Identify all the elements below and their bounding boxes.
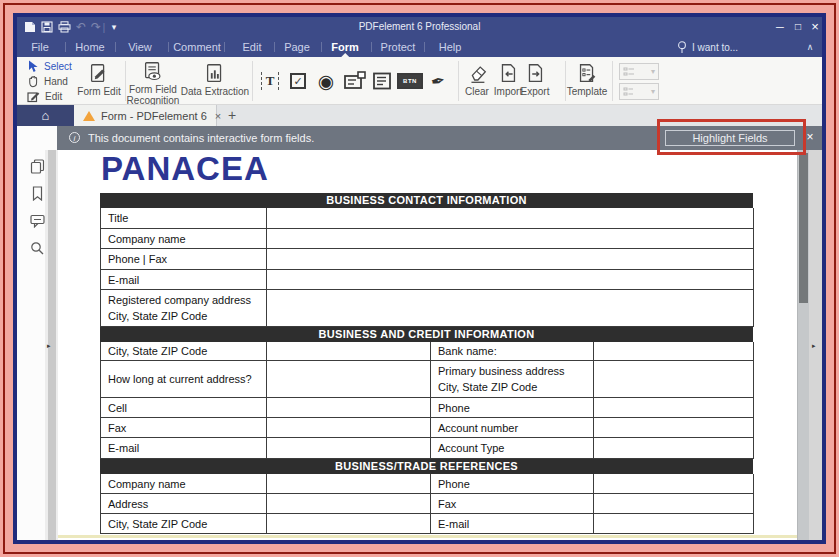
field-label: E-mail [101, 438, 267, 459]
section-header: BUSINESS AND CREDIT INFORMATION [100, 327, 753, 342]
expand-left-panel-arrow-icon[interactable]: ▸ [47, 342, 51, 350]
form-field[interactable] [267, 514, 431, 534]
form-field[interactable] [267, 494, 431, 514]
form-field[interactable] [267, 418, 431, 438]
field-label: Company name [101, 474, 267, 494]
form-field[interactable] [267, 474, 431, 494]
tab-close-icon[interactable]: × [215, 110, 221, 122]
field-label: How long at current address? [101, 361, 267, 398]
form-field[interactable] [267, 342, 431, 361]
undo-icon: ↶ [75, 20, 87, 34]
document-tab-label: Form - PDFelement 6 [101, 110, 207, 122]
template-label: Template [567, 86, 608, 97]
radio-button-field-button[interactable]: ◉ [313, 69, 339, 93]
menu-file[interactable]: File [31, 37, 49, 57]
field-label: City, State ZIP Code [101, 342, 267, 361]
edit-tool-button[interactable]: Edit [27, 89, 62, 104]
signature-pen-icon: ✒ [429, 69, 447, 93]
edit-label: Edit [45, 91, 62, 102]
vertical-scrollbar[interactable] [797, 150, 809, 540]
text-field-button[interactable]: T [257, 69, 283, 93]
combo-box-field-button[interactable] [342, 69, 368, 93]
menu-separator [371, 42, 372, 52]
field-label: Registered company addressCity, State ZI… [101, 290, 267, 327]
template-button[interactable]: Template [562, 60, 612, 104]
form-field[interactable] [267, 438, 431, 459]
main-area: ▸ PANACEA BUSINESS CONTACT INFORMATION T… [17, 150, 822, 540]
align-icon [623, 67, 635, 77]
form-field[interactable] [594, 398, 754, 418]
form-field[interactable] [594, 418, 754, 438]
form-edit-button[interactable]: Form Edit [70, 60, 128, 104]
form-field[interactable] [594, 474, 754, 494]
field-label: Address [101, 494, 267, 514]
page-edge-highlight [58, 535, 797, 538]
home-tab-button[interactable]: ⌂ [17, 105, 74, 126]
export-button[interactable]: Export [510, 60, 560, 104]
menu-form[interactable]: Form [331, 37, 359, 57]
digital-signature-field-button[interactable]: ✒ [423, 67, 453, 96]
form-field[interactable] [267, 290, 754, 327]
ribbon-separator [252, 61, 253, 101]
field-label: Title [101, 208, 267, 229]
expand-right-panel-arrow-icon[interactable]: ▸ [812, 342, 816, 350]
form-field[interactable] [267, 208, 754, 229]
menu-page[interactable]: Page [284, 37, 310, 57]
form-field[interactable] [267, 398, 431, 418]
combo-box-icon [344, 71, 366, 91]
app-window: PDFelement 6 Professional ↶ ↷ | ▾ ─ □ × … [13, 13, 826, 544]
menu-help[interactable]: Help [439, 37, 462, 57]
menu-comment[interactable]: Comment [173, 37, 221, 57]
i-want-to-button[interactable]: I want to... [677, 37, 738, 57]
field-label: Phone [431, 398, 594, 418]
company-logo: PANACEA [101, 150, 269, 188]
menu-edit[interactable]: Edit [243, 37, 262, 57]
data-extraction-button[interactable]: Data Extraction [179, 60, 251, 104]
save-icon[interactable] [40, 20, 53, 34]
form-field[interactable] [267, 229, 754, 249]
form-field-recognition-button[interactable]: Form Field Recognition [121, 60, 185, 104]
menu-view[interactable]: View [128, 37, 152, 57]
select-tool-button[interactable]: Select [27, 59, 72, 74]
document-tab[interactable]: Form - PDFelement 6 × [74, 105, 217, 126]
form-field[interactable] [594, 494, 754, 514]
field-label: Cell [101, 398, 267, 418]
collapse-ribbon-chevron-icon[interactable]: ∧ [807, 37, 814, 57]
close-button[interactable]: × [807, 17, 823, 37]
menu-bar: File Home View Comment Edit Page Form Pr… [17, 37, 822, 57]
checkbox-field-button[interactable]: ✓ [285, 69, 311, 93]
pin-icon [677, 41, 687, 54]
form-field[interactable] [594, 514, 754, 534]
hand-tool-button[interactable]: Hand [27, 74, 68, 89]
list-box-icon [373, 72, 393, 90]
menu-separator [321, 42, 322, 52]
form-field[interactable] [594, 438, 754, 459]
field-label: Account number [431, 418, 594, 438]
form-field[interactable] [267, 249, 754, 270]
data-extraction-icon [203, 60, 227, 86]
menu-protect[interactable]: Protect [381, 37, 416, 57]
edit-pencil-icon [27, 90, 40, 103]
form-field[interactable] [267, 270, 754, 290]
maximize-button[interactable]: □ [790, 17, 806, 37]
print-icon[interactable] [57, 20, 71, 34]
menu-separator [224, 42, 225, 52]
menu-home[interactable]: Home [75, 37, 104, 57]
field-label: Primary business addressCity, State ZIP … [431, 361, 594, 398]
hand-icon [27, 75, 39, 88]
info-icon: i [69, 132, 80, 143]
quick-access-caret-icon[interactable]: ▾ [109, 20, 119, 34]
push-button-field-button[interactable]: BTN [397, 69, 423, 93]
align-fields-dropdown: ▾ [619, 63, 659, 80]
form-field[interactable] [594, 361, 754, 398]
form-field[interactable] [267, 361, 431, 398]
select-label: Select [44, 61, 72, 72]
new-tab-button[interactable]: + [223, 105, 241, 126]
minimize-button[interactable]: ─ [772, 17, 788, 37]
list-box-field-button[interactable] [370, 69, 396, 93]
title-bar: PDFelement 6 Professional ↶ ↷ | ▾ ─ □ × [17, 17, 822, 37]
app-logo-icon [23, 20, 36, 34]
form-field[interactable] [594, 342, 754, 361]
scrollbar-thumb[interactable] [799, 153, 808, 303]
section-business-contact: BUSINESS CONTACT INFORMATION Title Compa… [100, 193, 753, 327]
